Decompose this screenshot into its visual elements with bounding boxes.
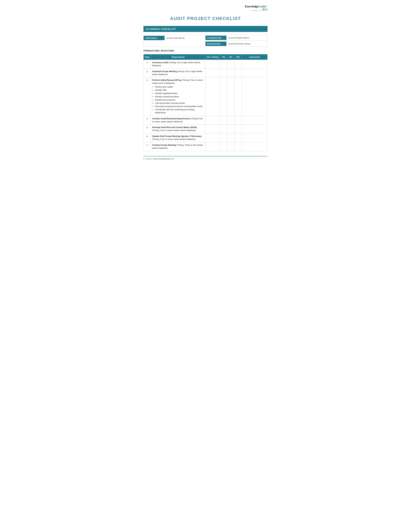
req-bold: Schedule Scope Meeting bbox=[152, 70, 177, 73]
no-cell[interactable] bbox=[227, 77, 234, 116]
step-cell: 7 bbox=[144, 142, 151, 151]
req-bold: Conduct Audit Brainstorming Session bbox=[152, 117, 190, 120]
timing-cell[interactable] bbox=[206, 142, 220, 151]
req-bold: Update Draft Scope Meeting Agenda, If Ne… bbox=[152, 135, 202, 137]
list-item: Call report/other financial trends. bbox=[155, 102, 204, 105]
requirement-cell: Conduct Audit Brainstorming Session (Tim… bbox=[151, 116, 206, 125]
comments-cell[interactable] bbox=[242, 116, 268, 125]
req-bold: Develop Draft Risk and Control Matrix (R… bbox=[152, 126, 197, 128]
req-bold: Announce Audit bbox=[152, 61, 168, 64]
completed-by-label: Completed By: bbox=[206, 36, 226, 40]
requirement-cell: Schedule Scope Meeting (Timing: Six to e… bbox=[151, 68, 206, 77]
step-cell: 3 bbox=[144, 77, 151, 116]
powered-text: POWERED BY PROTIVITI bbox=[143, 10, 268, 11]
requirement-cell: Update Draft Scope Meeting Agenda, If Ne… bbox=[151, 133, 206, 142]
header-no: No bbox=[227, 54, 234, 60]
list-item: Document processes/controls (narrative/f… bbox=[155, 105, 204, 108]
requirement-cell: Perform Initial Research/Prep (Timing: F… bbox=[151, 77, 206, 116]
header-comments: Comments bbox=[242, 54, 268, 60]
yes-cell[interactable] bbox=[220, 60, 227, 69]
completed-by-value[interactable]: (Insert Prepare Name) bbox=[226, 36, 251, 40]
info-grid: Audit Name: (Insert Audit Name) Complete… bbox=[143, 35, 268, 47]
comments-cell[interactable] bbox=[242, 68, 268, 77]
na-cell[interactable] bbox=[234, 133, 242, 142]
yes-cell[interactable] bbox=[220, 125, 227, 133]
step-cell: 6 bbox=[144, 133, 151, 142]
page-title: AUDIT PROJECT CHECKLIST bbox=[143, 16, 268, 21]
req-normal: (Timing: Four to seven weeks before fiel… bbox=[152, 138, 196, 140]
dot-orange bbox=[264, 9, 266, 10]
table-row: 7Conduct Scope Meeting (Timing: Three to… bbox=[144, 142, 268, 151]
no-cell[interactable] bbox=[227, 68, 234, 77]
timing-cell[interactable] bbox=[206, 116, 220, 125]
table-row: 5Develop Draft Risk and Control Matrix (… bbox=[144, 125, 268, 133]
table-header-row: Step Requirement Est. Timing Yes No N/A … bbox=[144, 54, 268, 60]
timing-cell[interactable] bbox=[206, 133, 220, 142]
na-cell[interactable] bbox=[234, 142, 242, 151]
requirement-cell: Conduct Scope Meeting (Timing: Three to … bbox=[151, 142, 206, 151]
comments-cell[interactable] bbox=[242, 133, 268, 142]
checklist-table: Step Requirement Est. Timing Yes No N/A … bbox=[143, 54, 268, 151]
table-row: 4Conduct Audit Brainstorming Session (Ti… bbox=[144, 116, 268, 125]
bullet-list: Review prior audits.Identify P&P.Identif… bbox=[155, 86, 204, 114]
step-cell: 1 bbox=[144, 60, 151, 69]
comments-cell[interactable] bbox=[242, 77, 268, 116]
info-right: Completed By: (Insert Prepare Name) Revi… bbox=[206, 35, 267, 47]
header-yes: Yes bbox=[220, 54, 227, 60]
step-cell: 5 bbox=[144, 125, 151, 133]
list-item: Review prior audits. bbox=[155, 86, 204, 88]
timing-cell[interactable] bbox=[206, 77, 220, 116]
na-cell[interactable] bbox=[234, 116, 242, 125]
step-cell: 4 bbox=[144, 116, 151, 125]
yes-cell[interactable] bbox=[220, 133, 227, 142]
no-cell[interactable] bbox=[227, 116, 234, 125]
yes-cell[interactable] bbox=[220, 142, 227, 151]
no-cell[interactable] bbox=[227, 133, 234, 142]
audit-name-label: Audit Name: bbox=[144, 36, 165, 40]
requirement-cell: Announce Audit (Timing: Six to eight wee… bbox=[151, 60, 206, 69]
timing-cell[interactable] bbox=[206, 125, 220, 133]
yes-cell[interactable] bbox=[220, 77, 227, 116]
na-cell[interactable] bbox=[234, 77, 242, 116]
logo-part1: Knowledge bbox=[245, 5, 258, 8]
header-requirement: Requirement bbox=[151, 54, 206, 60]
requirement-cell: Develop Draft Risk and Control Matrix (R… bbox=[151, 125, 206, 133]
timing-cell[interactable] bbox=[206, 68, 220, 77]
no-cell[interactable] bbox=[227, 60, 234, 69]
timing-cell[interactable] bbox=[206, 60, 220, 69]
dot-blue bbox=[263, 9, 264, 10]
comments-cell[interactable] bbox=[242, 142, 268, 151]
yes-cell[interactable] bbox=[220, 116, 227, 125]
no-cell[interactable] bbox=[227, 125, 234, 133]
logo-area: KnowledgeLeader® POWERED BY PROTIVITI bbox=[143, 5, 268, 11]
reviewed-by-label: Reviewed By: bbox=[206, 42, 226, 46]
table-row: 3Perform Initial Research/Prep (Timing: … bbox=[144, 77, 268, 116]
comments-cell[interactable] bbox=[242, 125, 268, 133]
step-cell: 2 bbox=[144, 68, 151, 77]
reviewed-by-value[interactable]: (Insert Reviewer Name) bbox=[226, 42, 252, 46]
footer-page: 1 bbox=[143, 158, 145, 160]
list-item: Identify best practices. bbox=[155, 98, 204, 101]
footer: 1 Source: www.knowledgeleader.com bbox=[143, 156, 268, 160]
reviewed-by-row: Reviewed By: (Insert Reviewer Name) bbox=[206, 41, 267, 47]
audit-name-row: Audit Name: (Insert Audit Name) bbox=[144, 35, 205, 41]
fieldwork-date: Fieldwork Date: (Insert Date) bbox=[143, 49, 268, 52]
header-na: N/A bbox=[234, 54, 242, 60]
audit-name-value[interactable]: (Insert Audit Name) bbox=[165, 36, 187, 40]
na-cell[interactable] bbox=[234, 68, 242, 77]
table-row: 1Announce Audit (Timing: Six to eight we… bbox=[144, 60, 268, 69]
table-row: 2Schedule Scope Meeting (Timing: Six to … bbox=[144, 68, 268, 77]
req-bold: Perform Initial Research/Prep bbox=[152, 79, 181, 81]
list-item: Identify contracts/vendors. bbox=[155, 95, 204, 98]
header-est-timing: Est. Timing bbox=[206, 54, 220, 60]
no-cell[interactable] bbox=[227, 142, 234, 151]
list-item: Coordinate with the monitoring and testi… bbox=[155, 108, 204, 114]
na-cell[interactable] bbox=[234, 60, 242, 69]
comments-cell[interactable] bbox=[242, 60, 268, 69]
header-step: Step bbox=[144, 54, 151, 60]
completed-by-row: Completed By: (Insert Prepare Name) bbox=[206, 35, 267, 41]
logo-dots bbox=[143, 9, 268, 10]
yes-cell[interactable] bbox=[220, 68, 227, 77]
na-cell[interactable] bbox=[234, 125, 242, 133]
footer-source: Source: www.knowledgeleader.com bbox=[146, 158, 174, 160]
